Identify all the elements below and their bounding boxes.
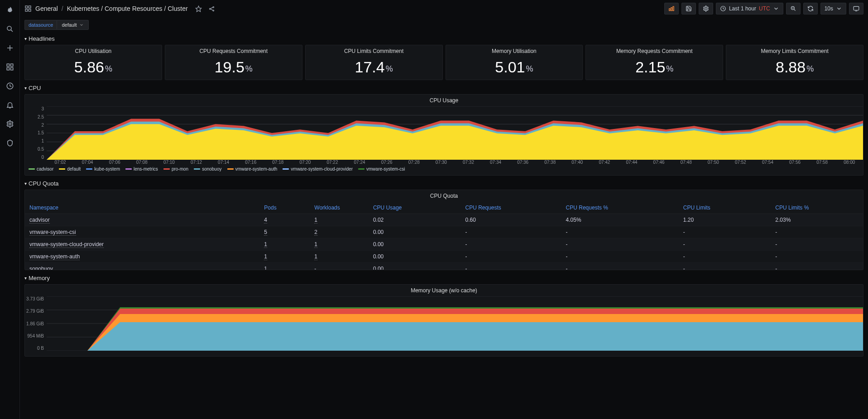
breadcrumb-sep: / <box>62 5 63 12</box>
svg-rect-28 <box>854 6 859 10</box>
server-admin-icon[interactable] <box>4 137 16 149</box>
variable-value: default <box>62 22 77 28</box>
grafana-logo-icon[interactable] <box>4 4 16 16</box>
svg-rect-7 <box>10 68 13 70</box>
reqp-cell: - <box>561 263 679 270</box>
share-icon[interactable] <box>208 5 215 12</box>
table-header[interactable]: CPU Requests <box>461 202 561 214</box>
legend-item[interactable]: default <box>59 167 81 171</box>
ns-cell[interactable]: sonobuoy <box>25 263 259 270</box>
lim-cell: - <box>679 251 771 263</box>
table-header[interactable]: Namespace <box>25 202 259 214</box>
svg-line-19 <box>211 9 213 10</box>
explore-icon[interactable] <box>4 80 16 92</box>
configuration-icon[interactable] <box>4 118 16 130</box>
table-header[interactable]: Workloads <box>310 202 369 214</box>
wl-cell[interactable]: 1 <box>310 214 369 226</box>
chevron-down-icon: ▾ <box>24 86 27 90</box>
star-icon[interactable] <box>195 5 202 12</box>
table-header[interactable]: CPU Limits <box>679 202 771 214</box>
usage-cell: 0.00 <box>369 263 461 270</box>
ns-cell[interactable]: vmware-system-auth <box>25 251 259 263</box>
legend-item[interactable]: lens-metrics <box>125 167 158 171</box>
svg-marker-14 <box>196 6 201 12</box>
time-range-picker[interactable]: Last 1 hour UTC <box>716 3 783 14</box>
lim-cell: - <box>679 226 771 238</box>
mem-plot[interactable] <box>47 296 863 351</box>
table-header[interactable]: Pods <box>259 202 310 214</box>
side-nav <box>0 0 20 419</box>
reqp-cell: - <box>561 238 679 251</box>
breadcrumb: General / Kubernetes / Compute Resources… <box>24 5 215 12</box>
cpu-plot[interactable] <box>47 106 863 160</box>
table-header[interactable]: CPU Limits % <box>771 202 863 214</box>
lim-cell: - <box>679 263 771 270</box>
dashboards-icon[interactable] <box>4 61 16 73</box>
memory-usage-panel: Memory Usage (w/o cache) 3.73 GiB2.79 Gi… <box>24 284 863 357</box>
legend-item[interactable]: cadvisor <box>29 167 53 171</box>
legend-item[interactable]: vmware-system-auth <box>227 167 278 171</box>
legend-item[interactable]: kube-system <box>86 167 120 171</box>
limp-cell: 2.03% <box>771 214 863 226</box>
topbar: General / Kubernetes / Compute Resources… <box>20 0 868 17</box>
table-row: sonobuoy 1 - 0.00 - - - - <box>25 263 863 270</box>
reqp-cell: - <box>561 226 679 238</box>
pods-cell[interactable]: 5 <box>259 226 310 238</box>
svg-rect-12 <box>25 9 28 11</box>
refresh-interval-picker[interactable]: 10s <box>820 3 846 14</box>
variable-select[interactable]: default <box>57 20 89 30</box>
table-row: cadvisor 4 1 0.02 0.60 4.05% 1.20 2.03% <box>25 214 863 226</box>
pods-cell[interactable]: 1 <box>259 251 310 263</box>
cycle-view-button[interactable] <box>849 3 863 14</box>
wl-cell[interactable]: 1 <box>310 238 369 251</box>
row-memory-label: Memory <box>29 275 50 281</box>
cpu-quota-table: NamespacePodsWorkloadsCPU UsageCPU Reque… <box>25 202 863 270</box>
svg-line-26 <box>794 9 795 10</box>
ns-cell[interactable]: vmware-system-cloud-provider <box>25 238 259 251</box>
legend-item[interactable]: vmware-system-csi <box>358 167 405 171</box>
row-cpu-quota[interactable]: ▾ CPU Quota <box>24 180 863 187</box>
add-panel-button[interactable] <box>664 3 679 14</box>
table-header[interactable]: CPU Requests % <box>561 202 679 214</box>
zoom-out-button[interactable] <box>786 3 801 14</box>
search-icon[interactable] <box>4 23 16 35</box>
svg-point-9 <box>9 123 11 125</box>
svg-point-17 <box>213 10 214 11</box>
create-icon[interactable] <box>4 42 16 54</box>
legend-item[interactable]: sonobuoy <box>194 167 221 171</box>
row-memory[interactable]: ▾ Memory <box>24 275 863 281</box>
reqp-cell: - <box>561 251 679 263</box>
pods-cell[interactable]: 1 <box>259 238 310 251</box>
legend-item[interactable]: pro-mon <box>163 167 188 171</box>
wl-cell[interactable]: - <box>310 263 369 270</box>
pods-cell[interactable]: 1 <box>259 263 310 270</box>
table-row: vmware-system-auth 1 1 0.00 - - - - <box>25 251 863 263</box>
legend-item[interactable]: vmware-system-cloud-provider <box>283 167 353 171</box>
svg-rect-22 <box>673 6 674 10</box>
settings-button[interactable] <box>699 3 713 14</box>
dashboard-grid-icon[interactable] <box>24 5 32 12</box>
row-headlines[interactable]: ▾ Headlines <box>24 35 863 42</box>
ns-cell[interactable]: cadvisor <box>25 214 259 226</box>
save-button[interactable] <box>681 3 696 14</box>
row-cpu[interactable]: ▾ CPU <box>24 85 863 91</box>
breadcrumb-root[interactable]: General <box>35 5 58 12</box>
table-header[interactable]: CPU Usage <box>369 202 461 214</box>
stat-grid: CPU Utilisation 5.86%CPU Requests Commit… <box>24 45 863 80</box>
cpu-quota-panel: CPU Quota NamespacePodsWorkloadsCPU Usag… <box>24 190 863 270</box>
svg-line-1 <box>10 30 12 32</box>
usage-cell: 0.00 <box>369 251 461 263</box>
svg-point-15 <box>209 8 211 10</box>
refresh-button[interactable] <box>803 3 818 14</box>
panel-title: Memory Limits Commitment <box>726 45 863 54</box>
pods-cell[interactable]: 4 <box>259 214 310 226</box>
wl-cell[interactable]: 2 <box>310 226 369 238</box>
wl-cell[interactable]: 1 <box>310 251 369 263</box>
ns-cell[interactable]: vmware-system-csi <box>25 226 259 238</box>
alerting-icon[interactable] <box>4 99 16 111</box>
limp-cell: - <box>771 238 863 251</box>
dashboard-content: ▾ Headlines CPU Utilisation 5.86%CPU Req… <box>20 33 868 419</box>
breadcrumb-path[interactable]: Kubernetes / Compute Resources / Cluster <box>67 5 188 12</box>
stat-panel: CPU Requests Commitment 19.5% <box>165 45 302 80</box>
chevron-down-icon: ▾ <box>24 36 27 41</box>
